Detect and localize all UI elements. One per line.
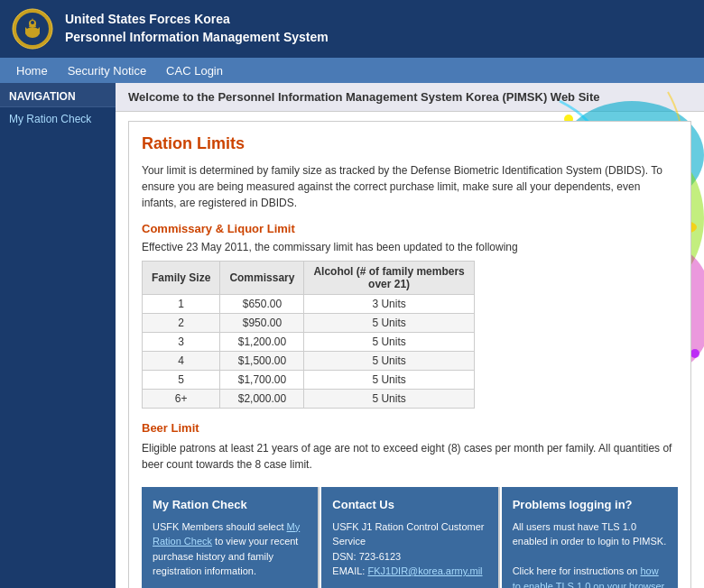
contact-email-link[interactable]: FKJ1DIR@korea.army.mil: [367, 565, 482, 576]
tls-instructions-link[interactable]: how to enable TLS 1.0 on your browser: [513, 565, 665, 588]
info-boxes: My Ration Check USFK Members should sele…: [129, 487, 690, 588]
info-box-1-title: My Ration Check: [153, 496, 307, 514]
info-box-1-body: USFK Members should select My Ration Che…: [153, 519, 307, 589]
header-title: United States Forces Korea Personnel Inf…: [65, 11, 329, 46]
nav-security-notice[interactable]: Security Notice: [59, 60, 155, 81]
content-area: Welcome to the Personnel Information Man…: [116, 83, 704, 588]
navbar: Home Security Notice CAC Login: [0, 58, 704, 83]
section-title: Ration Limits: [142, 134, 678, 153]
info-box-3-body: All users must have TLS 1.0 enabled in o…: [513, 519, 667, 589]
info-box-contact: Contact Us USFK J1 Ration Control Custom…: [321, 487, 499, 588]
beer-limit-text: Eligible patrons at least 21 years of ag…: [142, 440, 678, 473]
table-row: 4$1,500.005 Units: [143, 352, 475, 371]
col-commissary: Commissary: [220, 262, 304, 295]
info-box-2-title: Contact Us: [332, 496, 486, 514]
info-box-login-help: Problems logging in? All users must have…: [502, 487, 678, 588]
nav-cac-login[interactable]: CAC Login: [157, 60, 232, 81]
svg-point-7: [31, 21, 34, 24]
sidebar-nav-label: NAVIGATION: [0, 83, 116, 107]
intro-text: Your limit is determined by family size …: [142, 162, 678, 211]
info-box-ration-check: My Ration Check USFK Members should sele…: [142, 487, 320, 588]
header: United States Forces Korea Personnel Inf…: [0, 0, 704, 58]
table-row: 5$1,700.005 Units: [143, 371, 475, 390]
commissary-title: Commissary & Liquor Limit: [142, 222, 678, 235]
svg-point-29: [690, 349, 699, 358]
col-alcohol: Alcohol (# of family membersover 21): [304, 262, 474, 295]
sidebar: NAVIGATION My Ration Check: [0, 83, 116, 588]
svg-point-2: [25, 27, 40, 38]
table-row: 3$1,200.005 Units: [143, 333, 475, 352]
table-row: 2$950.005 Units: [143, 314, 475, 333]
info-box-3-title: Problems logging in?: [513, 496, 667, 514]
main-layout: NAVIGATION My Ration Check: [0, 83, 704, 588]
page-title-bar: Welcome to the Personnel Information Man…: [116, 83, 704, 112]
info-box-2-body: USFK J1 Ration Control Customer Service …: [332, 519, 486, 579]
logo-icon: [11, 7, 54, 51]
col-family-size: Family Size: [143, 262, 220, 295]
beer-limit-title: Beer Limit: [142, 421, 678, 435]
effective-text: Effective 23 May 2011, the commissary li…: [142, 241, 678, 253]
ration-table: Family Size Commissary Alcohol (# of fam…: [142, 261, 475, 409]
nav-home[interactable]: Home: [7, 60, 57, 81]
sidebar-item-my-ration-check[interactable]: My Ration Check: [0, 107, 116, 131]
ration-check-link[interactable]: My Ration Check: [153, 521, 300, 547]
table-row: 1$650.003 Units: [143, 295, 475, 314]
table-row: 6+$2,000.005 Units: [143, 390, 475, 409]
